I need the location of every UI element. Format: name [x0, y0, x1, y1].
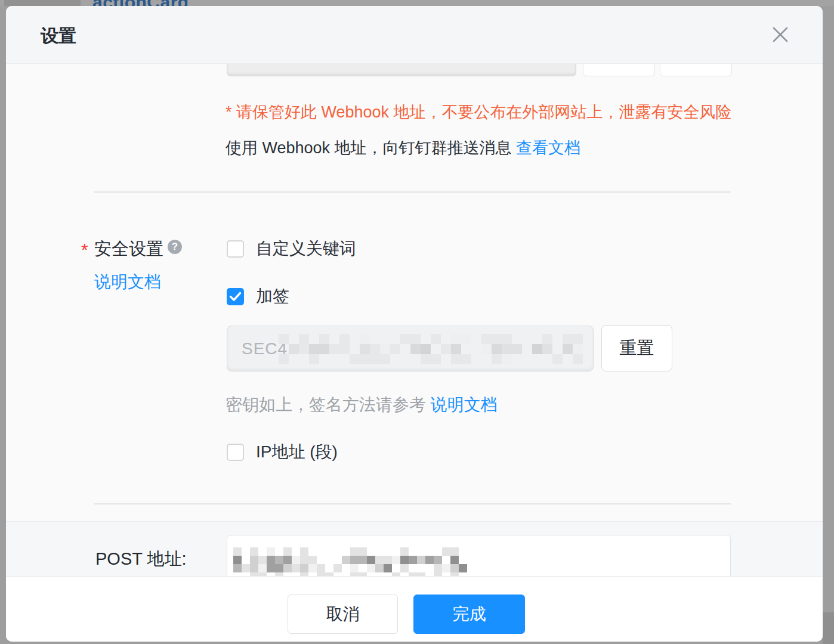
dimmed-page-background: actionCard [0, 0, 834, 6]
checkbox-row-custom-keyword[interactable]: 自定义关键词 [227, 237, 356, 260]
modal-header: 设置 [6, 6, 823, 64]
modal-footer: 取消 完成 [6, 576, 823, 642]
modal-title: 设置 [41, 24, 76, 48]
webhook-warning-text: * 请保管好此 Webhook 地址，不要公布在外部网站上，泄露有安全风险 [226, 101, 732, 123]
checkbox-row-sign[interactable]: 加签 [227, 285, 289, 308]
ip-label: IP地址 (段) [256, 441, 338, 463]
ip-checkbox[interactable] [227, 444, 244, 461]
section-divider [94, 191, 731, 193]
cancel-button[interactable]: 取消 [288, 595, 398, 634]
custom-keyword-checkbox[interactable] [227, 240, 244, 258]
secret-hint-row: 密钥如上，签名方法请参考 说明文档 [226, 394, 498, 416]
sign-checkbox[interactable] [227, 288, 244, 305]
secret-hint-text: 密钥如上，签名方法请参考 [226, 395, 426, 414]
secret-hint-docs-link[interactable]: 说明文档 [431, 395, 498, 414]
post-address-label: POST 地址: [95, 547, 187, 571]
confirm-button[interactable]: 完成 [413, 595, 525, 634]
close-icon[interactable] [768, 23, 792, 47]
dimmed-page-block [4, 0, 81, 6]
security-settings-label: 安全设置 [94, 237, 163, 261]
section-divider [94, 503, 731, 504]
background-actioncard-tab: actionCard [92, 0, 189, 6]
webhook-usage-row: 使用 Webhook 地址，向钉钉群推送消息 查看文档 [226, 137, 580, 159]
settings-modal: * 请保管好此 Webhook 地址，不要公布在外部网站上，泄露有安全风险 使用… [6, 6, 823, 642]
dimmed-page-footer-edge [823, 612, 834, 644]
secret-key-input[interactable]: SEC4 [227, 326, 594, 371]
reset-button[interactable]: 重置 [601, 325, 672, 371]
custom-keyword-label: 自定义关键词 [256, 237, 356, 260]
modal-body: * 请保管好此 Webhook 地址，不要公布在外部网站上，泄露有安全风险 使用… [6, 6, 823, 642]
help-icon[interactable]: ? [168, 240, 182, 254]
sign-label: 加签 [256, 285, 289, 308]
secret-key-censored-mosaic [279, 334, 583, 364]
checkbox-row-ip[interactable]: IP地址 (段) [227, 441, 338, 463]
screen: actionCard * 请保管好此 Webhook 地址，不要公布在外部网站上… [0, 0, 834, 644]
view-docs-link[interactable]: 查看文档 [516, 139, 580, 157]
webhook-usage-text: 使用 Webhook 地址，向钉钉群推送消息 [226, 139, 512, 157]
required-asterisk: * [81, 240, 88, 260]
security-docs-link[interactable]: 说明文档 [94, 271, 161, 293]
